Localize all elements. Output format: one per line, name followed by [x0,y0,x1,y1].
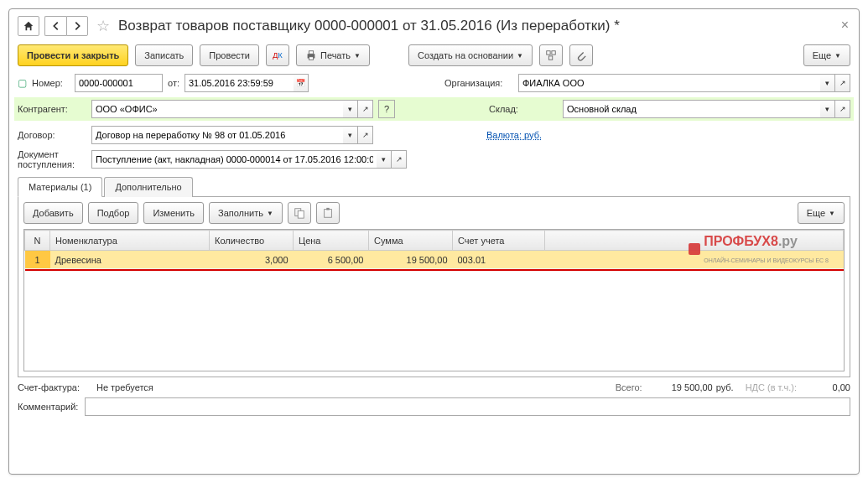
contractor-field[interactable] [91,100,343,118]
post-and-close-button[interactable]: Провести и закрыть [18,44,128,66]
paste-icon[interactable] [316,202,340,224]
forward-button[interactable] [66,16,88,36]
attach-button[interactable] [569,44,593,66]
contract-label: Договор: [18,130,86,140]
tab-materials[interactable]: Материалы (1) [18,177,102,197]
col-item[interactable]: Номенклатура [50,231,210,251]
total-value: 19 500,00 [646,382,713,392]
close-icon[interactable]: × [841,18,849,33]
open-icon[interactable]: ↗ [358,100,373,118]
invoice-value: Не требуется [96,382,153,392]
open-icon[interactable]: ↗ [835,74,850,92]
svg-rect-3 [547,51,550,55]
date-label: от: [168,78,179,88]
col-price[interactable]: Цена [294,231,369,251]
docbase-label: Документ поступления: [18,149,86,169]
print-button[interactable]: Печать▼ [296,44,370,66]
tab-additional[interactable]: Дополнительно [104,177,192,197]
more-button[interactable]: Еще▼ [803,44,850,66]
favorite-star-icon[interactable]: ☆ [96,17,110,35]
warehouse-label: Склад: [489,104,558,114]
open-icon[interactable]: ↗ [835,100,850,118]
org-field[interactable] [518,74,820,92]
help-icon[interactable]: ? [378,100,395,118]
dropdown-icon[interactable]: ▾ [820,74,835,92]
total-label: Всего: [616,382,642,392]
col-sum[interactable]: Сумма [369,231,453,251]
warehouse-field[interactable] [563,100,820,118]
number-field[interactable] [75,74,163,92]
svg-rect-4 [552,51,555,55]
back-button[interactable] [44,16,66,36]
svg-rect-8 [325,210,332,218]
dt-kt-button[interactable]: ДК [266,44,289,66]
svg-rect-1 [309,51,313,55]
currency-link[interactable]: Валюта: руб. [486,130,542,140]
sub-more-button[interactable]: Еще▼ [798,202,845,224]
col-n[interactable]: N [25,231,50,251]
open-icon[interactable]: ↗ [392,150,407,169]
add-button[interactable]: Добавить [23,202,83,224]
svg-rect-9 [326,208,330,210]
date-field[interactable] [185,74,294,92]
dropdown-icon[interactable]: ▾ [820,100,835,118]
contractor-label: Контрагент: [18,104,86,114]
contract-field[interactable] [91,126,343,144]
pick-button[interactable]: Подбор [88,202,139,224]
change-button[interactable]: Изменить [143,202,204,224]
vat-label: НДС (в т.ч.): [746,382,797,392]
post-button[interactable]: Провести [200,44,259,66]
open-icon[interactable]: ↗ [358,126,373,144]
comment-label: Комментарий: [18,402,78,412]
svg-rect-5 [548,56,552,60]
invoice-label: Счет-фактура: [18,382,80,392]
svg-rect-7 [298,211,304,219]
org-label: Организация: [444,78,513,88]
dropdown-icon[interactable]: ▾ [377,150,392,169]
doc-status-icon: ▢ [18,77,27,89]
create-based-on-button[interactable]: Создать на основании▼ [408,44,533,66]
watermark: ПРОФБУХ8.руОНЛАЙН-СЕМИНАРЫ И ВИДЕОКУРСЫ … [689,234,829,263]
dropdown-icon[interactable]: ▾ [343,126,358,144]
number-label: Номер: [32,78,70,88]
copy-icon[interactable] [288,202,311,224]
vat-value: 0,00 [800,382,850,392]
docbase-field[interactable] [91,150,377,169]
fill-button[interactable]: Заполнить▼ [209,202,283,224]
materials-table[interactable]: N Номенклатура Количество Цена Сумма Сче… [23,229,845,371]
col-qty[interactable]: Количество [210,231,294,251]
comment-field[interactable] [85,397,850,416]
svg-rect-2 [309,57,313,60]
window-title: Возврат товаров поставщику 0000-000001 о… [118,18,620,34]
structure-button[interactable] [539,44,563,66]
home-button[interactable] [18,16,39,36]
calendar-icon[interactable]: 📅 [294,74,309,92]
dropdown-icon[interactable]: ▾ [343,100,358,118]
col-account[interactable]: Счет учета [453,231,545,251]
save-button[interactable]: Записать [135,44,193,66]
